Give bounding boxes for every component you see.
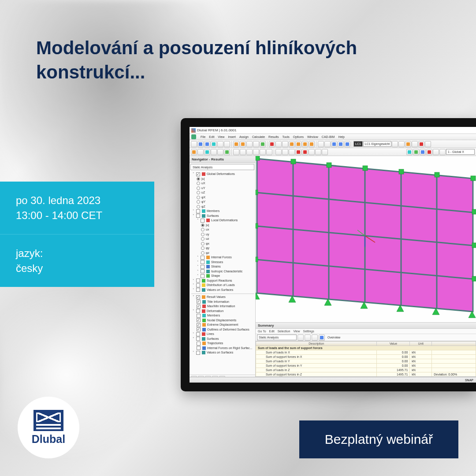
summary-menubar[interactable]: Go To Edit Selection View Settings (256, 329, 476, 334)
t2-v4[interactable] (426, 149, 432, 155)
tree-u[interactable]: |u| (201, 177, 205, 182)
cta-button[interactable]: Bezplatný webinář (299, 420, 458, 458)
t2-b17[interactable] (302, 149, 308, 155)
tree-surfaces2[interactable]: Surfaces (207, 337, 219, 342)
tree-local-def[interactable]: Local Deformations (211, 218, 238, 223)
tree-outlines[interactable]: Outlines of Deformed Surfaces (207, 327, 249, 332)
menu-help[interactable]: Help (338, 135, 344, 138)
tb-b7[interactable] (275, 141, 282, 147)
tb-lc-combo[interactable]: LC1 Eigengewicht (363, 141, 391, 147)
t2-b11[interactable] (260, 149, 266, 155)
sum-menu-edit[interactable]: Edit (269, 330, 275, 333)
t2-b9[interactable] (246, 149, 253, 155)
t2-b16[interactable] (295, 149, 301, 155)
tree-global-deformations[interactable]: Global Deformations (207, 172, 235, 177)
tb-b15[interactable] (331, 141, 337, 147)
tb-b14[interactable] (324, 141, 331, 147)
tree-shape[interactable]: Shape (211, 274, 220, 279)
tree-phiz[interactable]: φZ (201, 205, 205, 209)
tb-new[interactable] (191, 141, 197, 147)
menu-window[interactable]: Window (307, 135, 318, 138)
menu-options[interactable]: Options (293, 135, 304, 138)
tree-phiy[interactable]: φY (201, 200, 205, 205)
tb-b12[interactable] (309, 141, 315, 147)
tree-int-rigid[interactable]: Internal Forces on Rigid Surfac... (207, 346, 252, 351)
menu-insert[interactable]: Insert (228, 135, 236, 138)
tree-uy[interactable]: uY (201, 186, 205, 191)
tree-extreme-disp[interactable]: Extreme Displacement (207, 323, 238, 327)
t2-b20[interactable] (322, 149, 328, 155)
t2-b1[interactable] (191, 149, 197, 155)
summary-table[interactable]: Description Value Unit Sum of loads and … (256, 341, 476, 376)
t2-v1[interactable] (406, 149, 413, 155)
t2-v3[interactable] (420, 149, 426, 155)
menu-cadbim[interactable]: CAD-BIM (322, 135, 335, 138)
tb-save[interactable] (204, 141, 210, 147)
tb-b5[interactable] (260, 141, 266, 147)
3d-viewport[interactable] (256, 156, 476, 322)
tb-next[interactable] (398, 141, 405, 147)
menu-assign[interactable]: Assign (239, 135, 249, 138)
tb-b3[interactable] (246, 141, 253, 147)
t2-b2[interactable] (197, 149, 204, 155)
tb-b6[interactable] (269, 141, 275, 147)
tree-members[interactable]: Members (207, 209, 219, 214)
tree-surfaces[interactable]: Surfaces (207, 214, 219, 219)
menu-tools[interactable]: Tools (282, 135, 289, 138)
t2-b3[interactable] (204, 149, 210, 155)
menu-results[interactable]: Results (268, 135, 279, 138)
tree-trajectories[interactable]: Trajectories (207, 341, 223, 346)
tree-lu[interactable]: |u| (206, 223, 209, 228)
tb-b10[interactable] (295, 141, 301, 147)
tb-b1[interactable] (233, 141, 239, 147)
tree-ux[interactable]: uX (201, 181, 205, 186)
sum-menu-settings[interactable]: Settings (303, 330, 314, 333)
sum-menu-goto[interactable]: Go To (258, 330, 266, 333)
tb-b4[interactable] (253, 141, 259, 147)
tb-b2[interactable] (240, 141, 246, 147)
tb-lc-badge[interactable]: LC1 (353, 141, 363, 147)
tb-b13[interactable] (318, 141, 324, 147)
t2-b6[interactable] (224, 149, 230, 155)
tree-luy[interactable]: uy (206, 232, 209, 237)
tb-open[interactable] (197, 141, 204, 147)
tree-title-info[interactable]: Title Information (207, 300, 229, 305)
tree-strains[interactable]: Strains (211, 264, 221, 269)
menubar[interactable]: File Edit View Insert Assign Calculate R… (190, 134, 476, 140)
tb-print[interactable] (211, 141, 217, 147)
tree-support[interactable]: Support Reactions (207, 279, 232, 283)
tree-nodal-disp[interactable]: Nodal Displacements (207, 318, 236, 323)
tb-b16[interactable] (338, 141, 344, 147)
t2-b12[interactable] (266, 149, 272, 155)
t2-v6[interactable] (439, 149, 446, 155)
tb-b8[interactable] (282, 141, 288, 147)
tree-result-values[interactable]: Result Values (207, 295, 226, 300)
tree-lphiz[interactable]: φz (206, 251, 209, 256)
tb-b9[interactable] (289, 141, 295, 147)
tree-lphiy[interactable]: φy (206, 246, 209, 251)
t2-b8[interactable] (240, 149, 246, 155)
summary-combo[interactable]: Static Analysis (257, 335, 297, 340)
navigator-tree[interactable]: ˅Global Deformations |u| uX uY uZ φX φY … (190, 171, 255, 375)
t2-b5[interactable] (217, 149, 223, 155)
tree-maxmin[interactable]: Max/Min Information (207, 304, 235, 309)
menu-view[interactable]: View (218, 135, 224, 138)
tree-lines[interactable]: Lines (207, 332, 214, 337)
tree-iso[interactable]: Isotropic Characteristic (211, 269, 242, 274)
t2-b7[interactable] (233, 149, 239, 155)
tb-r3[interactable] (418, 141, 424, 147)
tree-luz[interactable]: uz (206, 237, 209, 242)
tree-stresses[interactable]: Stresses (211, 260, 223, 265)
tb-r2[interactable] (412, 141, 418, 147)
t2-v5[interactable] (433, 149, 439, 155)
t2-b18[interactable] (309, 149, 315, 155)
t2-b15[interactable] (289, 149, 295, 155)
menu-edit[interactable]: Edit (209, 135, 214, 138)
tree-def-members[interactable]: Members (207, 313, 220, 318)
sum-menu-view[interactable]: View (293, 330, 300, 333)
tb-b11[interactable] (302, 141, 308, 147)
tb-r4[interactable] (425, 141, 431, 147)
tree-intforces[interactable]: Internal Forces (211, 255, 232, 260)
tree-uz[interactable]: uZ (201, 190, 205, 195)
sum-tb1[interactable] (298, 335, 304, 341)
